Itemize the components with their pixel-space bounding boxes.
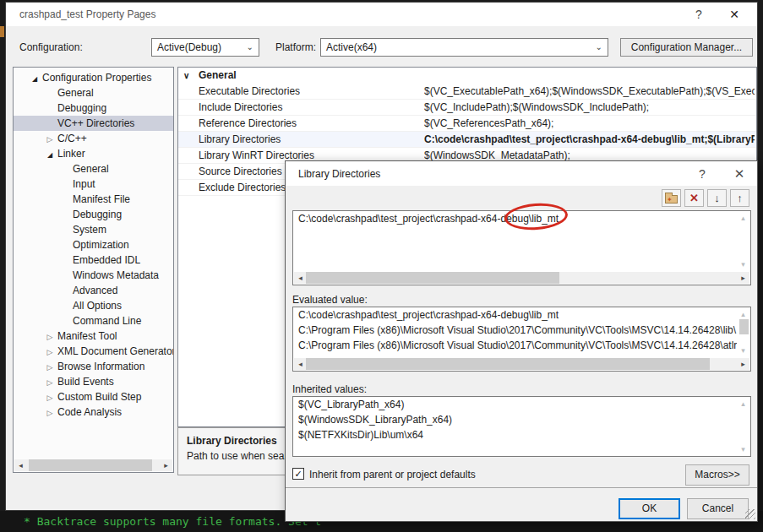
chevron-down-icon: ⌄ — [596, 39, 602, 56]
tree-item-linker[interactable]: Linker — [14, 146, 173, 161]
tree-item-general[interactable]: General — [14, 85, 173, 100]
tree-item-all-options[interactable]: All Options — [14, 298, 173, 313]
help-icon[interactable]: ? — [691, 166, 713, 182]
evaluated-horizontal-scrollbar[interactable]: ◂ ▸ — [294, 358, 749, 370]
close-icon[interactable]: ✕ — [723, 6, 745, 23]
property-pages-title: crashpad_test Property Pages — [19, 8, 155, 20]
tree-item-advanced[interactable]: Advanced — [14, 283, 173, 298]
scrollbar-thumb[interactable] — [306, 272, 559, 284]
group-chevron-icon[interactable]: ∨ — [183, 68, 189, 84]
tree-item-system[interactable]: System — [14, 222, 173, 237]
delete-line-button[interactable]: ✕ — [684, 189, 704, 207]
tree-item-optimization[interactable]: Optimization — [14, 237, 173, 252]
grid-row-reference-directories[interactable]: Reference Directories $(VC_ReferencesPat… — [178, 116, 756, 132]
scrollbar-thumb[interactable] — [739, 319, 749, 334]
scroll-right-icon[interactable]: ▸ — [737, 358, 749, 370]
tree-item-windows-metadata[interactable]: Windows Metadata — [14, 268, 173, 283]
tree-item-configuration-properties[interactable]: Configuration Properties — [14, 70, 173, 85]
scroll-up-icon[interactable]: ▴ — [737, 399, 749, 409]
delete-icon: ✕ — [689, 192, 699, 204]
expander-closed-icon[interactable] — [45, 131, 55, 147]
new-folder-icon: ✦ — [665, 195, 678, 204]
evaluated-value-box[interactable]: C:\code\crashpad\test_project\crashpad-x… — [292, 307, 751, 372]
tree-item-xml-document-generator[interactable]: XML Document Generator — [14, 344, 173, 359]
tree-item-command-line[interactable]: Command Line — [14, 313, 173, 328]
tree-item-linker-debugging[interactable]: Debugging — [14, 207, 173, 222]
scroll-up-icon[interactable]: ▴ — [737, 309, 749, 319]
inherited-line: $(NETFXKitsDir)Lib\um\x64 — [293, 427, 737, 442]
check-icon: ✓ — [294, 469, 302, 479]
configuration-manager-button[interactable]: Configuration Manager... — [620, 38, 753, 57]
configuration-label: Configuration: — [19, 41, 83, 53]
arrow-up-icon: ↑ — [737, 192, 743, 204]
cancel-button[interactable]: Cancel — [687, 498, 749, 519]
tree-item-manifest-file[interactable]: Manifest File — [14, 192, 173, 207]
expander-open-icon[interactable] — [30, 70, 40, 87]
tree-item-custom-build-step[interactable]: Custom Build Step — [14, 389, 173, 404]
property-pages-titlebar[interactable]: crashpad_test Property Pages ? ✕ — [6, 3, 757, 26]
scroll-up-icon[interactable]: ▴ — [737, 213, 749, 223]
tree-item-debugging[interactable]: Debugging — [14, 100, 173, 116]
evaluated-line: C:\Program Files (x86)\Microsoft Visual … — [293, 338, 737, 353]
tree-item-linker-general[interactable]: General — [14, 161, 173, 176]
macros-button[interactable]: Macros>> — [685, 464, 749, 486]
scroll-down-icon[interactable]: ▾ — [737, 444, 749, 454]
expander-closed-icon[interactable] — [45, 359, 55, 375]
tree-item-linker-input[interactable]: Input — [14, 176, 173, 192]
move-down-button[interactable]: ↓ — [707, 189, 727, 207]
configuration-value: Active(Debug) — [157, 41, 221, 53]
resize-grip[interactable] — [745, 509, 755, 519]
dialog-titlebar[interactable]: Library Directories ? ✕ — [286, 161, 757, 186]
evaluated-line: C:\code\crashpad\test_project\crashpad-x… — [293, 307, 737, 323]
property-tree: Configuration Properties General Debuggi… — [13, 67, 174, 473]
grid-row-library-directories[interactable]: Library Directories C:\code\crashpad\tes… — [178, 132, 756, 148]
ok-button[interactable]: OK — [619, 498, 680, 519]
help-icon[interactable]: ? — [688, 6, 710, 23]
tree-item-embedded-idl[interactable]: Embedded IDL — [14, 252, 173, 268]
expander-open-icon[interactable] — [45, 146, 55, 163]
scroll-left-icon[interactable]: ◂ — [14, 459, 27, 471]
expander-closed-icon[interactable] — [45, 374, 55, 390]
new-line-button[interactable]: ✦ — [662, 189, 681, 207]
library-directories-dialog: Library Directories ? ✕ ✦ ✕ ↓ ↑ C:\code\… — [285, 160, 758, 522]
platform-label: Platform: — [275, 41, 316, 53]
screen: * Backtrace supports many file formats. … — [0, 0, 763, 532]
grid-group-header[interactable]: ∨ General — [178, 68, 756, 84]
scroll-down-icon[interactable]: ▾ — [737, 345, 749, 356]
expander-closed-icon[interactable] — [45, 404, 55, 421]
edit-horizontal-scrollbar[interactable]: ◂ ▸ — [294, 272, 749, 284]
scroll-right-icon[interactable]: ▸ — [160, 459, 172, 471]
inherited-line: $(WindowsSDK_LibraryPath_x64) — [293, 412, 737, 427]
scroll-left-icon[interactable]: ◂ — [294, 272, 307, 284]
tree-item-browse-information[interactable]: Browse Information — [14, 359, 173, 374]
tree-item-vcpp-directories[interactable]: VC++ Directories — [14, 116, 173, 131]
scroll-left-icon[interactable]: ◂ — [294, 358, 307, 370]
arrow-down-icon: ↓ — [714, 192, 720, 204]
expander-closed-icon[interactable] — [45, 389, 55, 405]
grid-row-executable-directories[interactable]: Executable Directories $(VC_ExecutablePa… — [178, 84, 756, 100]
grid-row-include-directories[interactable]: Include Directories $(VC_IncludePath);$(… — [178, 100, 756, 116]
scroll-right-icon[interactable]: ▸ — [737, 272, 749, 284]
expander-closed-icon[interactable] — [45, 344, 55, 360]
evaluated-line: C:\Program Files (x86)\Microsoft Visual … — [293, 323, 737, 338]
move-up-button[interactable]: ↑ — [730, 189, 749, 207]
dialog-separator — [286, 487, 757, 488]
evaluated-value-label: Evaluated value: — [292, 294, 368, 306]
scrollbar-thumb[interactable] — [29, 459, 152, 471]
terminal-text: * Backtrace supports many file formats. … — [24, 515, 321, 528]
platform-dropdown[interactable]: Active(x64) ⌄ — [320, 38, 608, 57]
tree-item-code-analysis[interactable]: Code Analysis — [14, 404, 173, 420]
expander-closed-icon[interactable] — [45, 328, 55, 345]
configuration-dropdown[interactable]: Active(Debug) ⌄ — [151, 38, 259, 57]
inherit-checkbox[interactable]: ✓ — [292, 468, 304, 480]
background-window-fragment — [0, 26, 4, 37]
close-icon[interactable]: ✕ — [728, 166, 750, 182]
tree-item-build-events[interactable]: Build Events — [14, 374, 173, 389]
scrollbar-thumb[interactable] — [306, 358, 710, 370]
tree-horizontal-scrollbar[interactable]: ◂ ▸ — [14, 459, 172, 471]
dialog-toolbar: ✦ ✕ ↓ ↑ — [662, 189, 749, 207]
inherited-values-box[interactable]: $(VC_LibraryPath_x64) $(WindowsSDK_Libra… — [292, 396, 751, 457]
scroll-down-icon[interactable]: ▾ — [737, 259, 749, 269]
tree-item-manifest-tool[interactable]: Manifest Tool — [14, 328, 173, 344]
tree-item-c-cpp[interactable]: C/C++ — [14, 131, 173, 146]
